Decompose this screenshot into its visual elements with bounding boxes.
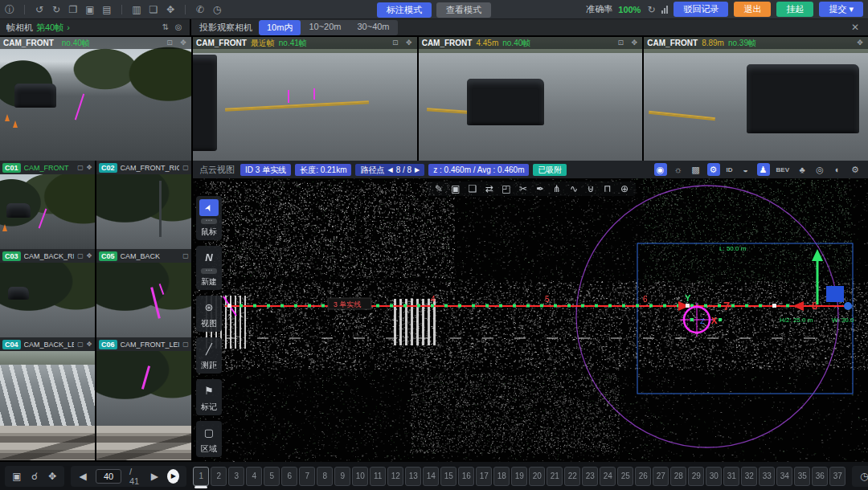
range-tab-10-20m[interactable]: 10~20m	[301, 20, 349, 35]
projection-view-1[interactable]: CAM_FRONT no.40帧 ⊡✥	[0, 37, 191, 161]
frame-cell[interactable]: 3	[228, 467, 244, 486]
tree-icon[interactable]: ♣	[796, 163, 809, 176]
frame-cell[interactable]: 20	[529, 467, 545, 486]
frame-cell[interactable]: 27	[653, 467, 669, 486]
frame-cell[interactable]: 25	[617, 467, 633, 486]
frame-cell[interactable]: 37	[829, 467, 845, 486]
range-tab-30-40m[interactable]: 30~40m	[349, 20, 397, 35]
pointcloud-viewport[interactable]: 3 单实线 4 5 6 7 8 Y Z X	[193, 178, 868, 462]
camera-image-c01[interactable]	[0, 174, 95, 249]
timer-icon[interactable]: ◷	[212, 5, 222, 14]
expand-icon[interactable]: ✥	[404, 39, 414, 47]
camera-image-c03[interactable]	[0, 263, 95, 337]
submit-button[interactable]: 提交 ▾	[819, 2, 863, 17]
expand-icon[interactable]: ✥	[86, 341, 92, 348]
info-icon[interactable]: ⓘ	[5, 5, 14, 14]
exit-button[interactable]: 退出	[734, 2, 771, 17]
frame-cell[interactable]: 4	[246, 467, 262, 486]
frame-cell[interactable]: 1	[193, 467, 209, 486]
reject-log-button[interactable]: 驳回记录	[674, 2, 728, 17]
waypoint-prev-icon[interactable]: ◀	[387, 165, 392, 175]
expand-icon[interactable]: ✥	[47, 472, 57, 481]
target-icon[interactable]: ⊕	[620, 184, 629, 194]
frame-cell[interactable]: 30	[706, 467, 722, 486]
ego-marker[interactable]	[826, 286, 844, 302]
globe-icon[interactable]: ◎	[813, 163, 826, 176]
waypoint-next-icon[interactable]: ▶	[415, 165, 420, 175]
camera-tile-header-c04[interactable]: C04 CAM_BACK_LEFT ▢✥	[0, 337, 95, 351]
tile-box-icon[interactable]: ▢	[182, 253, 189, 259]
close-icon[interactable]: ✕	[850, 22, 860, 32]
camera-tile-header-c03[interactable]: C03 CAM_BACK_RIGHT ▢✥	[0, 249, 95, 263]
mark-tool[interactable]: ⚑	[199, 382, 219, 399]
trash-icon[interactable]: ▣	[451, 184, 461, 194]
frame-cell[interactable]: 36	[812, 467, 828, 486]
frame-cell[interactable]: 23	[582, 467, 598, 486]
pencil-icon[interactable]: ✎	[434, 184, 444, 194]
selection-box[interactable]	[637, 243, 853, 394]
frame-cell[interactable]: 28	[670, 467, 686, 486]
frame-cell[interactable]: 34	[776, 467, 792, 486]
more-options-icon[interactable]: ⋯	[201, 218, 217, 224]
frame-cell[interactable]: 7	[299, 467, 315, 486]
frame-cell[interactable]: 11	[370, 467, 386, 486]
call-icon[interactable]: ✆	[195, 5, 205, 14]
camera-image-c04[interactable]	[0, 351, 95, 426]
magnet-icon[interactable]: ⊓	[603, 184, 612, 194]
range-tab-10m[interactable]: 10m内	[259, 20, 301, 35]
gear-icon[interactable]: ⚙	[707, 163, 720, 176]
camera-tile-header-c02[interactable]: C02 CAM_FRONT_RIGHT ▢	[96, 161, 191, 174]
contrast-icon[interactable]: ◐	[831, 163, 844, 176]
camera-tile-header-c01[interactable]: C01 CAM_FRONT ▢✥	[0, 161, 95, 174]
frame-cell[interactable]: 12	[387, 467, 403, 486]
prev-frame-icon[interactable]: ◀	[78, 472, 88, 481]
follow-icon[interactable]: ⇅	[161, 23, 170, 31]
chevron-right-icon[interactable]: ›	[67, 22, 70, 32]
frame-cell[interactable]: 29	[688, 467, 704, 486]
clipboard-icon[interactable]: ▣	[12, 472, 22, 481]
stats-icon[interactable]	[661, 6, 668, 14]
tile-box-icon[interactable]: ▢	[77, 341, 84, 348]
frame-cell[interactable]: 22	[564, 467, 580, 486]
refresh-icon[interactable]: ↻	[646, 5, 656, 14]
camera-image-c02[interactable]	[96, 174, 191, 249]
bulb-icon[interactable]: ☼	[672, 163, 685, 176]
save-icon[interactable]: ▤	[102, 5, 112, 14]
camera-tile-header-c06[interactable]: C06 CAM_FRONT_LEFT ▢	[96, 337, 191, 351]
play-button[interactable]: ▶	[167, 469, 179, 484]
expand-icon[interactable]: ✥	[86, 165, 92, 171]
tile-box-icon[interactable]: ▢	[182, 341, 189, 348]
tile-box-icon[interactable]: ▢	[77, 253, 84, 259]
panel-icon[interactable]: ▥	[132, 5, 141, 14]
camera-icon[interactable]: ◉	[654, 163, 667, 176]
box-corner-icon[interactable]: ⊡	[165, 39, 174, 47]
join-icon[interactable]: ∿	[569, 184, 579, 194]
frame-cell[interactable]: 8	[317, 467, 333, 486]
current-frame-input[interactable]	[96, 469, 121, 484]
person-icon[interactable]: ♟	[757, 163, 770, 176]
frame-cell[interactable]: 31	[723, 467, 739, 486]
camera-image-extra-right[interactable]	[96, 426, 191, 460]
projection-view-3[interactable]: CAM_FRONT 4.45m no.40帧 ⊡✥	[419, 37, 643, 161]
id-toggle-icon[interactable]: ID	[725, 163, 735, 176]
box-corner-icon[interactable]: ⊡	[391, 39, 400, 47]
frame-cell[interactable]: 13	[405, 467, 421, 486]
projection-view-4[interactable]: CAM_FRONT 8.89m no.39帧 ✥	[644, 37, 868, 161]
measure-tool[interactable]: ╱	[199, 341, 219, 357]
frame-cell[interactable]: 32	[741, 467, 757, 486]
bev-toggle[interactable]: BEV	[775, 163, 791, 176]
trash-icon[interactable]: ▣	[85, 5, 95, 14]
frame-cell[interactable]: 16	[458, 467, 474, 486]
camera-tile-header-c05[interactable]: C05 CAM_BACK ▢	[96, 249, 191, 263]
pen-icon[interactable]: ✒	[535, 184, 545, 194]
note-icon[interactable]: ❏	[468, 184, 477, 194]
more-options-icon[interactable]: ⋯	[201, 268, 217, 274]
box-select-icon[interactable]: ◰	[502, 184, 511, 194]
frame-cell[interactable]: 19	[511, 467, 527, 486]
copy-icon[interactable]: ❐	[68, 5, 78, 14]
frame-cell[interactable]: 18	[493, 467, 510, 486]
line-handle[interactable]	[227, 304, 231, 308]
tile-box-icon[interactable]: ▢	[182, 165, 189, 171]
next-frame-icon[interactable]: ▶	[149, 472, 159, 481]
expand-icon[interactable]: ✥	[855, 39, 865, 47]
